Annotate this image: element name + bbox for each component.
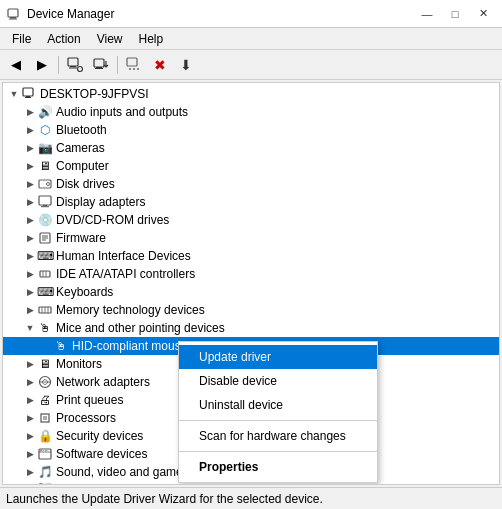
- maximize-button[interactable]: □: [442, 4, 468, 24]
- item-label: Computer: [56, 159, 109, 173]
- menu-view[interactable]: View: [89, 30, 131, 48]
- print-icon: 🖨: [37, 392, 53, 408]
- ctx-update-driver[interactable]: Update driver: [179, 345, 377, 369]
- processor-icon: [37, 410, 53, 426]
- svg-rect-3: [68, 58, 78, 66]
- status-bar: Launches the Update Driver Wizard for th…: [0, 487, 502, 509]
- item-label: HID-compliant mouse: [72, 339, 187, 353]
- mice-group[interactable]: ▼ 🖱 Mice and other pointing devices: [3, 319, 499, 337]
- monitors-icon: 🖥: [37, 356, 53, 372]
- close-button[interactable]: ✕: [470, 4, 496, 24]
- list-item[interactable]: ▶ 🖥 Computer: [3, 157, 499, 175]
- chevron-comp: ▶: [23, 161, 37, 171]
- item-label: Bluetooth: [56, 123, 107, 137]
- list-item[interactable]: ▶ ⬡ Bluetooth: [3, 121, 499, 139]
- display-icon: [37, 194, 53, 210]
- chevron-cam: ▶: [23, 143, 37, 153]
- svg-rect-12: [26, 96, 30, 97]
- menu-action[interactable]: Action: [39, 30, 88, 48]
- menu-help[interactable]: Help: [131, 30, 172, 48]
- svg-rect-4: [70, 66, 76, 67]
- chevron-mice: ▼: [23, 323, 37, 333]
- bluetooth-icon: ⬡: [37, 122, 53, 138]
- toolbar-scan-button[interactable]: [122, 53, 146, 77]
- tree-panel[interactable]: ▼ DESKTOP-9JFPVSI ▶ 🔊 Audio inputs and o…: [2, 82, 500, 485]
- toolbar-separator-1: [58, 56, 59, 74]
- list-item[interactable]: ▶ Memory technology devices: [3, 301, 499, 319]
- chevron-kb: ▶: [23, 287, 37, 297]
- chevron-mem: ▶: [23, 305, 37, 315]
- toolbar-back-button[interactable]: ◀: [4, 53, 28, 77]
- pc-icon: [21, 86, 37, 102]
- svg-point-6: [78, 66, 83, 71]
- ctx-properties[interactable]: Properties: [179, 455, 377, 479]
- chevron-audio: ▶: [23, 107, 37, 117]
- svg-rect-9: [95, 68, 103, 69]
- svg-rect-10: [127, 58, 137, 66]
- network-icon: [37, 374, 53, 390]
- toolbar-properties-button[interactable]: [63, 53, 87, 77]
- list-item[interactable]: ▶ 📷 Cameras: [3, 139, 499, 157]
- chevron-disp: ▶: [23, 197, 37, 207]
- svg-rect-2: [9, 18, 17, 19]
- svg-rect-0: [8, 9, 18, 17]
- window-controls: — □ ✕: [414, 4, 496, 24]
- svg-rect-18: [41, 206, 49, 207]
- ctx-scan-hardware[interactable]: Scan for hardware changes: [179, 424, 377, 448]
- chevron-hid: ▶: [23, 251, 37, 261]
- storage-icon: 💾: [37, 482, 53, 485]
- audio-icon: 🔊: [37, 104, 53, 120]
- item-label: Mice and other pointing devices: [56, 321, 225, 335]
- svg-rect-8: [96, 67, 102, 68]
- list-item[interactable]: ▶ ⌨ Keyboards: [3, 283, 499, 301]
- item-label: Memory technology devices: [56, 303, 205, 317]
- disk-icon: [37, 176, 53, 192]
- ctx-disable-device[interactable]: Disable device: [179, 369, 377, 393]
- svg-point-15: [47, 183, 50, 186]
- ide-icon: [37, 266, 53, 282]
- item-label: Firmware: [56, 231, 106, 245]
- toolbar-forward-button[interactable]: ▶: [30, 53, 54, 77]
- list-item[interactable]: ▶ Firmware: [3, 229, 499, 247]
- keyboard-icon: ⌨: [37, 284, 53, 300]
- memory-icon: [37, 302, 53, 318]
- list-item[interactable]: ▶ Display adapters: [3, 193, 499, 211]
- item-label: Display adapters: [56, 195, 145, 209]
- tree-root[interactable]: ▼ DESKTOP-9JFPVSI: [3, 85, 499, 103]
- status-text: Launches the Update Driver Wizard for th…: [6, 492, 323, 506]
- svg-rect-23: [40, 271, 50, 277]
- list-item[interactable]: ▶ 💿 DVD/CD-ROM drives: [3, 211, 499, 229]
- toolbar-update-button[interactable]: [89, 53, 113, 77]
- camera-icon: 📷: [37, 140, 53, 156]
- chevron-disk: ▶: [23, 179, 37, 189]
- toolbar: ◀ ▶ ✖ ⬇: [0, 50, 502, 80]
- list-item[interactable]: ▶ IDE ATA/ATAPI controllers: [3, 265, 499, 283]
- item-label: Network adapters: [56, 375, 150, 389]
- item-label: Software devices: [56, 447, 147, 461]
- chevron-dvd: ▶: [23, 215, 37, 225]
- svg-point-38: [45, 450, 46, 451]
- svg-rect-13: [25, 97, 31, 98]
- window-title: Device Manager: [27, 7, 414, 21]
- chevron-fw: ▶: [23, 233, 37, 243]
- dvd-icon: 💿: [37, 212, 53, 228]
- hid-icon: ⌨: [37, 248, 53, 264]
- svg-point-36: [40, 450, 41, 451]
- chevron-proc: ▶: [23, 413, 37, 423]
- list-item[interactable]: ▶ ⌨ Human Interface Devices: [3, 247, 499, 265]
- chevron-bt: ▶: [23, 125, 37, 135]
- software-icon: [37, 446, 53, 462]
- svg-rect-11: [23, 88, 33, 96]
- list-item[interactable]: ▶ Disk drives: [3, 175, 499, 193]
- svg-point-37: [43, 450, 44, 451]
- sound-icon: 🎵: [37, 464, 53, 480]
- toolbar-download-button[interactable]: ⬇: [174, 53, 198, 77]
- ctx-uninstall-device[interactable]: Uninstall device: [179, 393, 377, 417]
- minimize-button[interactable]: —: [414, 4, 440, 24]
- toolbar-uninstall-button[interactable]: ✖: [148, 53, 172, 77]
- ctx-separator-1: [179, 420, 377, 421]
- menu-file[interactable]: File: [4, 30, 39, 48]
- chevron-sec: ▶: [23, 431, 37, 441]
- svg-rect-7: [94, 59, 104, 67]
- list-item[interactable]: ▶ 🔊 Audio inputs and outputs: [3, 103, 499, 121]
